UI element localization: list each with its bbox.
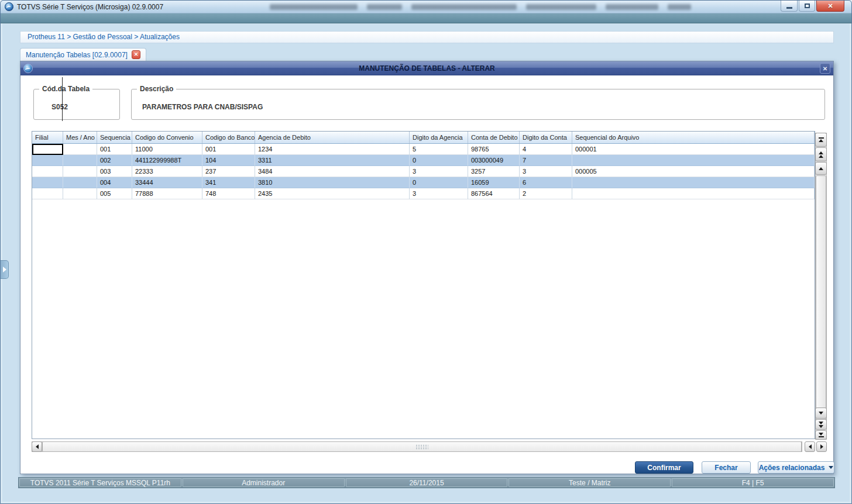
grid-cell[interactable]: 5 <box>410 144 468 155</box>
grid-cell[interactable]: 98765 <box>468 144 520 155</box>
table-row[interactable]: 003223332373484332573000005 <box>32 166 815 177</box>
grid-cell[interactable] <box>63 144 97 155</box>
tab-label: Manutenção Tabelas [02.9.0007] <box>26 51 128 59</box>
grid-cell[interactable]: 33444 <box>132 177 202 188</box>
grid-cell[interactable] <box>32 188 63 199</box>
description-value: PARAMETROS PARA CNAB/SISPAG <box>142 103 263 111</box>
close-dialog-button[interactable]: Fechar <box>702 461 751 474</box>
scroll-page-down-icon <box>819 425 823 428</box>
related-actions-button[interactable]: Ações relacionadas <box>758 461 834 474</box>
grid-cell[interactable] <box>572 188 815 199</box>
grid-cell[interactable]: 3311 <box>255 155 410 166</box>
scroll-left-corner-button[interactable] <box>805 441 815 452</box>
scroll-up-button[interactable] <box>815 162 827 175</box>
scroll-left-button[interactable] <box>32 441 42 452</box>
confirm-button[interactable]: Confirmar <box>635 461 693 474</box>
grid-cell[interactable]: 104 <box>202 155 255 166</box>
grid-cell[interactable]: 3 <box>410 188 468 199</box>
grid-cell[interactable]: 441122999988T <box>132 155 202 166</box>
grid-header-cell[interactable]: Conta de Debito <box>468 132 520 143</box>
horizontal-scrollbar-thumb[interactable] <box>42 441 802 452</box>
grid-header-cell[interactable]: Mes / Ano <box>63 132 97 143</box>
close-window-button[interactable]: ✕ <box>816 1 844 12</box>
maximize-button[interactable] <box>799 1 815 12</box>
scroll-page-up-button[interactable] <box>815 147 827 161</box>
dialog-titlebar[interactable]: MANUTENÇÃO DE TABELAS - ALTERAR ✕ <box>20 61 833 75</box>
grid-cell[interactable] <box>572 155 815 166</box>
grid-cell[interactable]: 002 <box>97 155 132 166</box>
grid-cell[interactable]: 1234 <box>255 144 410 155</box>
grid-cell[interactable]: 4 <box>520 144 572 155</box>
scroll-down-button[interactable] <box>815 408 827 419</box>
dialog-close-button[interactable]: ✕ <box>820 63 830 74</box>
table-row[interactable]: 0011100000112345987654000001 <box>32 144 815 155</box>
grid-cell[interactable]: 748 <box>202 188 255 199</box>
grid-header-cell[interactable]: Sequencial do Arquivo <box>572 132 815 143</box>
grid-cell[interactable]: 3 <box>410 166 468 177</box>
grid-cell[interactable]: 3810 <box>255 177 410 188</box>
table-code-label: Cód.da Tabela <box>39 85 92 93</box>
scroll-to-bottom-button[interactable] <box>815 430 827 440</box>
grid-header-cell[interactable]: Codigo do Convenio <box>132 132 202 143</box>
status-function-keys: F4 | F5 <box>672 478 834 487</box>
grid-cell[interactable]: 2435 <box>255 188 410 199</box>
grid-cell[interactable]: 3257 <box>468 166 520 177</box>
grid-cell[interactable]: 77888 <box>132 188 202 199</box>
grid-cell[interactable]: 237 <box>202 166 255 177</box>
grid-cell[interactable]: 2 <box>520 188 572 199</box>
grid-cell[interactable]: 004 <box>97 177 132 188</box>
grid-cell[interactable]: 0 <box>410 155 468 166</box>
grid-cell[interactable]: 003000049 <box>468 155 520 166</box>
grid-cell[interactable]: 003 <box>97 166 132 177</box>
scroll-right-corner-button[interactable] <box>816 441 827 452</box>
grid-header-cell[interactable]: Digito da Conta <box>520 132 572 143</box>
scroll-to-top-button[interactable] <box>815 133 827 147</box>
grid-header-cell[interactable]: Agencia de Debito <box>255 132 410 143</box>
grid-cell[interactable]: 0 <box>410 177 468 188</box>
grid-header-cell[interactable]: Sequencia <box>97 132 132 143</box>
tab-close-button[interactable]: ✕ <box>132 50 140 59</box>
grid-cell[interactable] <box>32 155 63 166</box>
table-row[interactable]: 002441122999988T104331100030000497 <box>32 155 815 166</box>
grid-cell[interactable] <box>32 144 63 155</box>
os-titlebar[interactable]: TOTVS Série T Serviços (Microsiga) 02.9.… <box>1 1 851 13</box>
grid-cell[interactable]: 001 <box>97 144 132 155</box>
grid-cell[interactable]: 000005 <box>572 166 815 177</box>
grid-cell[interactable]: 11000 <box>132 144 202 155</box>
grid-header-cell[interactable]: Filial <box>32 132 63 143</box>
grid-cell[interactable] <box>63 166 97 177</box>
sidebar-expand-handle[interactable] <box>1 260 9 279</box>
grid-header-cell[interactable]: Codigo do Banco <box>202 132 255 143</box>
grid-cell[interactable] <box>572 177 815 188</box>
minimize-button[interactable] <box>781 1 798 12</box>
table-row[interactable]: 0043344434138100160596 <box>32 177 815 188</box>
status-user: Administrador <box>183 478 345 487</box>
grid-cell[interactable]: 6 <box>520 177 572 188</box>
grid-cell[interactable]: 005 <box>97 188 132 199</box>
window-title: TOTVS Série T Serviços (Microsiga) 02.9.… <box>17 3 163 11</box>
grid-cell[interactable]: 867564 <box>468 188 520 199</box>
grid-cell[interactable]: 000001 <box>572 144 815 155</box>
grid-cell[interactable]: 7 <box>520 155 572 166</box>
grid-cell[interactable]: 001 <box>202 144 255 155</box>
grid-cell[interactable]: 22333 <box>132 166 202 177</box>
table-row[interactable]: 00577888748243538675642 <box>32 188 815 199</box>
chevron-down-icon <box>829 466 833 469</box>
grid-cell[interactable] <box>32 166 63 177</box>
grid-header-cell[interactable]: Digito da Agencia <box>410 132 468 143</box>
scroll-up-icon <box>819 167 823 170</box>
vertical-scrollbar-thumb[interactable] <box>816 175 826 427</box>
grid-cell[interactable] <box>63 177 97 188</box>
grid-cell[interactable]: 3484 <box>255 166 410 177</box>
tab-manutencao-tabelas[interactable]: Manutenção Tabelas [02.9.0007] ✕ <box>20 48 146 61</box>
grid-cell[interactable] <box>63 188 97 199</box>
grid-cell[interactable]: 16059 <box>468 177 520 188</box>
chevron-right-icon <box>3 267 6 272</box>
grid-cell[interactable]: 341 <box>202 177 255 188</box>
grid-cell[interactable] <box>32 177 63 188</box>
description-label: Descrição <box>137 85 176 93</box>
scroll-page-down-button[interactable] <box>815 419 827 430</box>
grid-cell[interactable]: 3 <box>520 166 572 177</box>
related-actions-label: Ações relacionadas <box>759 464 825 472</box>
grid-cell[interactable] <box>63 155 97 166</box>
